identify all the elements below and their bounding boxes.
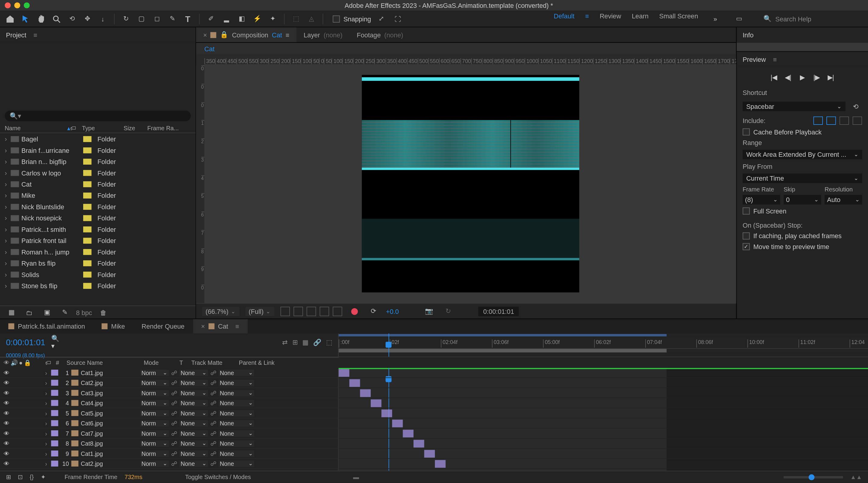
label-swatch[interactable] (83, 226, 92, 232)
visibility-icon[interactable]: 👁 (4, 420, 11, 427)
movetime-checkbox[interactable] (743, 243, 750, 250)
mode-select[interactable]: Norm⌄ (140, 430, 169, 436)
zoom-dropdown[interactable]: (66.7%)⌄ (202, 306, 239, 316)
matte-select[interactable]: None⌄ (179, 420, 208, 427)
tl-icon2[interactable]: ⊞ (292, 339, 298, 346)
composition-viewer[interactable] (204, 64, 736, 303)
layer-row[interactable]: 👁›6Cat6.jpgNorm⌄☍None⌄☍None⌄ (0, 419, 338, 429)
anchor-tool-icon[interactable]: ↓ (96, 12, 109, 25)
layer-clip[interactable] (413, 440, 424, 448)
mode-select[interactable]: Norm⌄ (140, 420, 169, 427)
label-swatch[interactable] (51, 441, 59, 447)
parent-link-icon[interactable]: ☍ (210, 430, 219, 436)
link-icon[interactable]: ☍ (171, 430, 180, 436)
comp-tab-footage[interactable]: Footage (none) (350, 27, 410, 42)
brush-tool-icon[interactable]: ✐ (204, 12, 217, 25)
fullscreen-checkbox[interactable] (743, 207, 750, 215)
label-swatch[interactable] (83, 181, 92, 187)
first-frame-icon[interactable]: |◀ (770, 73, 778, 82)
shape-tool-icon[interactable]: ◻ (150, 12, 163, 25)
workspace-small[interactable]: Small Screen (659, 12, 698, 25)
hand-tool-icon[interactable] (34, 12, 47, 25)
viewer-timecode[interactable]: 0:00:01:01 (478, 306, 519, 316)
link-icon[interactable]: ☍ (171, 410, 180, 416)
mask-icon[interactable] (293, 306, 303, 316)
layer-clip[interactable] (381, 410, 392, 417)
visibility-icon[interactable]: 👁 (4, 450, 11, 457)
playfrom-select[interactable]: Current Time⌄ (743, 174, 862, 183)
project-item[interactable]: ›Nick nosepickFolder (0, 212, 195, 223)
workspace-more-icon[interactable]: » (709, 12, 722, 25)
zoom-in-icon[interactable]: ▲▲ (850, 474, 862, 480)
transparency-grid-icon[interactable] (280, 306, 290, 316)
parent-select[interactable]: None⌄ (218, 420, 254, 427)
layer-clip[interactable] (424, 450, 435, 458)
link-icon[interactable]: ☍ (171, 380, 180, 386)
selection-tool-icon[interactable] (19, 12, 32, 25)
preview-menu-icon[interactable]: ≡ (773, 56, 777, 63)
timeline-tab[interactable]: ×Cat≡ (193, 319, 247, 333)
label-swatch[interactable] (83, 271, 92, 277)
layer-clip[interactable] (339, 369, 349, 377)
label-swatch[interactable] (83, 282, 92, 289)
include-audio-icon[interactable] (827, 116, 836, 125)
parent-select[interactable]: None⌄ (218, 450, 254, 457)
label-swatch[interactable] (51, 400, 59, 406)
timeline-tab[interactable]: Mike (93, 319, 133, 333)
parent-link-icon[interactable]: ☍ (210, 420, 219, 427)
matte-select[interactable]: None⌄ (179, 380, 208, 386)
visibility-icon[interactable]: 👁 (4, 410, 11, 416)
rotate-tool-icon[interactable]: ↻ (119, 12, 132, 25)
adjust-icon[interactable]: ✎ (58, 306, 71, 319)
link-icon[interactable]: ☍ (171, 460, 180, 467)
tl-ft-icon2[interactable]: ⊡ (18, 474, 23, 480)
project-item[interactable]: ›Patrick front tailFolder (0, 235, 195, 246)
label-swatch[interactable] (83, 204, 92, 210)
tag-icon[interactable]: 🏷 (70, 125, 76, 131)
trash-icon[interactable]: 🗑 (97, 306, 110, 319)
puppet-tool-icon[interactable]: ✦ (266, 12, 279, 25)
layer-row[interactable]: 👁›1Cat1.jpgNorm⌄☍None⌄☍None⌄ (0, 368, 338, 378)
layer-row[interactable]: 👁›5Cat5.jpgNorm⌄☍None⌄☍None⌄ (0, 408, 338, 419)
layer-row[interactable]: 👁›8Cat8.jpgNorm⌄☍None⌄☍None⌄ (0, 439, 338, 449)
reset-icon[interactable]: ⟲ (849, 100, 862, 113)
label-swatch[interactable] (83, 136, 92, 142)
resolution-select[interactable]: Auto⌄ (825, 195, 862, 205)
project-item[interactable]: ›MikeFolder (0, 190, 195, 201)
play-icon[interactable]: ▶ (798, 73, 807, 82)
link-icon[interactable]: ☍ (171, 420, 180, 427)
tl-icon5[interactable]: ⬚ (326, 339, 332, 346)
reset-exposure-icon[interactable]: ⟳ (367, 304, 380, 318)
next-frame-icon[interactable]: |▶ (812, 73, 821, 82)
orbit-tool-icon[interactable]: ⟲ (65, 12, 79, 25)
timeline-tab[interactable]: Patrick.fs.tail.animation (0, 319, 93, 333)
workspace-review[interactable]: Review (600, 12, 621, 25)
parent-link-icon[interactable]: ☍ (210, 390, 219, 396)
3d-tool-icon[interactable]: ⬚ (289, 12, 302, 25)
parent-link-icon[interactable]: ☍ (210, 460, 219, 467)
pen-tool-icon[interactable]: ✎ (166, 12, 179, 25)
snapshot-icon[interactable]: 📷 (423, 304, 435, 318)
parent-link-icon[interactable]: ☍ (210, 380, 219, 386)
link-icon[interactable]: ☍ (171, 400, 180, 406)
layer-row[interactable]: 👁›3Cat3.jpgNorm⌄☍None⌄☍None⌄ (0, 388, 338, 398)
matte-select[interactable]: None⌄ (179, 410, 208, 416)
parent-link-icon[interactable]: ☍ (210, 369, 219, 376)
parent-select[interactable]: None⌄ (218, 380, 254, 386)
link-icon[interactable]: ☍ (171, 390, 180, 396)
comp-tab-layer[interactable]: Layer (none) (297, 27, 350, 42)
tl-ft-icon3[interactable]: {} (30, 474, 34, 480)
exposure-value[interactable]: +0.0 (386, 307, 399, 315)
roi-icon[interactable] (306, 306, 316, 316)
mode-select[interactable]: Norm⌄ (140, 390, 169, 396)
label-swatch[interactable] (83, 249, 92, 255)
project-item[interactable]: ›Nick BluntslideFolder (0, 201, 195, 212)
visibility-icon[interactable]: 👁 (4, 460, 11, 467)
label-swatch[interactable] (51, 380, 59, 386)
zoom-tool-icon[interactable] (50, 12, 63, 25)
audio-col-icon[interactable]: 🔊 (10, 360, 18, 366)
label-swatch[interactable] (51, 390, 59, 396)
clone-tool-icon[interactable]: ▂ (220, 12, 233, 25)
snap-opt2-icon[interactable]: ⛶ (391, 12, 404, 25)
tl-icon1[interactable]: ⇄ (282, 339, 287, 346)
